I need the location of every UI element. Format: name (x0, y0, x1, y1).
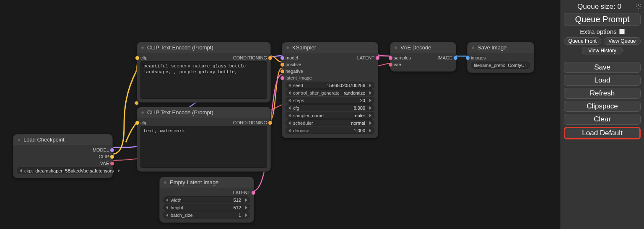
widget-label: batch_size (171, 213, 193, 218)
clipspace-button[interactable]: Clipspace (564, 101, 641, 112)
output-model-label: MODEL (93, 147, 109, 152)
node-graph-canvas[interactable]: Load Checkpoint MODEL CLIP VAE ckpt_ dre… (0, 0, 556, 229)
node-header[interactable]: KSampler (282, 42, 378, 53)
node-header[interactable]: Load Checkpoint (13, 134, 112, 145)
input-negative-port[interactable] (280, 69, 284, 73)
chevron-left-icon (288, 106, 291, 110)
output-latent-label: LATENT (357, 55, 374, 60)
view-queue-button[interactable]: View Queue (604, 37, 641, 45)
wires-layer (0, 0, 556, 229)
gear-icon[interactable] (636, 3, 641, 9)
input-samples-port[interactable] (389, 56, 392, 60)
widget-value: 20 (304, 98, 367, 103)
view-history-button[interactable]: View History (582, 47, 622, 54)
collapse-dot-icon (395, 46, 397, 49)
output-vae-port[interactable] (110, 162, 114, 165)
clear-button[interactable]: Clear (564, 114, 641, 125)
ckpt-name-widget[interactable]: ckpt_ dreamshaper_5BakedVae.safetensors (17, 167, 109, 174)
control-after-generate-widget[interactable]: control_after_generaterandomize (286, 89, 374, 96)
node-header[interactable]: Empty Latent Image (160, 177, 254, 188)
widget-label: sampler_name (293, 113, 324, 118)
extra-options-label: Extra options (580, 28, 617, 35)
input-clip-label: clip (140, 55, 148, 60)
input-vae-port[interactable] (389, 63, 392, 67)
node-vae-decode[interactable]: VAE Decode samples IMAGE vae (390, 42, 456, 72)
node-ksampler[interactable]: KSampler model LATENT positive negative … (282, 42, 378, 138)
chevron-left-icon (166, 206, 168, 209)
input-negative-label: negative (286, 69, 303, 74)
input-samples-label: samples (394, 55, 411, 60)
widget-label: filename_prefix (474, 63, 505, 68)
widget-label: cfg (293, 105, 299, 111)
checkbox-icon[interactable] (619, 29, 625, 34)
input-positive-port[interactable] (280, 63, 284, 67)
node-clip-text-encode-positive[interactable]: CLIP Text Encode (Prompt) clip CONDITION… (137, 42, 271, 103)
widget-label: seed (293, 83, 303, 88)
sampler-name-widget[interactable]: sampler_nameeuler (286, 112, 374, 119)
node-title: KSampler (292, 44, 316, 51)
chevron-left-icon (20, 169, 22, 172)
scheduler-widget[interactable]: schedulernormal (286, 119, 374, 126)
output-clip-label: CLIP (99, 154, 109, 159)
output-image-port[interactable] (454, 56, 457, 60)
node-header[interactable]: VAE Decode (390, 42, 456, 53)
widget-value: randomize (340, 90, 367, 95)
queue-front-button[interactable]: Queue Front (564, 37, 601, 45)
batch-size-widget[interactable]: batch_size1 (163, 211, 250, 219)
output-conditioning-port[interactable] (268, 56, 272, 60)
widget-label: width (171, 198, 182, 203)
svg-point-5 (638, 5, 639, 7)
output-conditioning-port[interactable] (268, 121, 272, 125)
denoise-widget[interactable]: denoise1.000 (286, 127, 374, 134)
input-vae-label: vae (394, 62, 401, 67)
widget-label: ckpt_ (24, 168, 35, 173)
refresh-button[interactable]: Refresh (564, 88, 641, 99)
output-model-port[interactable] (110, 148, 114, 152)
filename-prefix-widget[interactable]: filename_prefix ComfyUI (471, 62, 530, 69)
widget-value: normal (313, 121, 367, 126)
output-vae-label: VAE (100, 161, 109, 166)
input-clip-port[interactable] (135, 56, 139, 60)
output-latent-port[interactable] (376, 56, 379, 60)
widget-value: dreamshaper_5BakedVae.safetensors (35, 168, 115, 173)
chevron-right-icon (369, 91, 371, 95)
queue-prompt-button[interactable]: Queue Prompt (564, 13, 641, 26)
output-latent-port[interactable] (252, 191, 255, 195)
node-header[interactable]: CLIP Text Encode (Prompt) (137, 107, 270, 118)
widget-label: steps (293, 98, 304, 103)
input-clip-label: clip (140, 120, 148, 125)
widget-label: denoise (293, 128, 309, 133)
chevron-right-icon (245, 206, 247, 209)
cfg-widget[interactable]: cfg8.000 (286, 104, 374, 111)
node-header[interactable]: Save Image (467, 42, 534, 53)
node-title: Load Checkpoint (23, 136, 65, 143)
widget-value: 512 (183, 205, 243, 210)
chevron-left-icon (288, 99, 291, 102)
input-images-port[interactable] (466, 56, 470, 60)
node-empty-latent-image[interactable]: Empty Latent Image LATENT width512 heigh… (159, 177, 254, 223)
output-clip-port[interactable] (110, 155, 114, 159)
steps-widget[interactable]: steps20 (286, 97, 374, 104)
extra-options-toggle[interactable]: Extra options (564, 28, 641, 35)
height-widget[interactable]: height512 (163, 204, 250, 211)
node-clip-text-encode-negative[interactable]: CLIP Text Encode (Prompt) clip CONDITION… (137, 107, 271, 172)
widget-label: scheduler (293, 121, 313, 126)
prompt-textarea[interactable]: text, watermark (140, 126, 267, 168)
control-sidebar: Queue size: 0 Queue Prompt Extra options… (560, 0, 644, 229)
save-button[interactable]: Save (564, 62, 641, 73)
node-save-image[interactable]: Save Image images filename_prefix ComfyU… (467, 42, 534, 73)
node-header[interactable]: CLIP Text Encode (Prompt) (137, 42, 270, 53)
load-button[interactable]: Load (564, 75, 641, 86)
node-title: Empty Latent Image (170, 179, 218, 185)
node-title: Save Image (478, 44, 506, 51)
width-widget[interactable]: width512 (163, 196, 250, 203)
widget-value: 1 (193, 213, 243, 218)
prompt-textarea[interactable]: beautiful scenery nature glass bottle la… (140, 61, 267, 99)
node-load-checkpoint[interactable]: Load Checkpoint MODEL CLIP VAE ckpt_ dre… (13, 134, 113, 178)
input-model-port[interactable] (280, 56, 284, 60)
queue-size-label: Queue size: 0 (564, 3, 641, 11)
input-latent-image-port[interactable] (280, 76, 284, 80)
load-default-button[interactable]: Load Default (564, 127, 641, 139)
input-clip-port[interactable] (135, 121, 139, 125)
seed-widget[interactable]: seed156680208700286 (286, 82, 374, 89)
